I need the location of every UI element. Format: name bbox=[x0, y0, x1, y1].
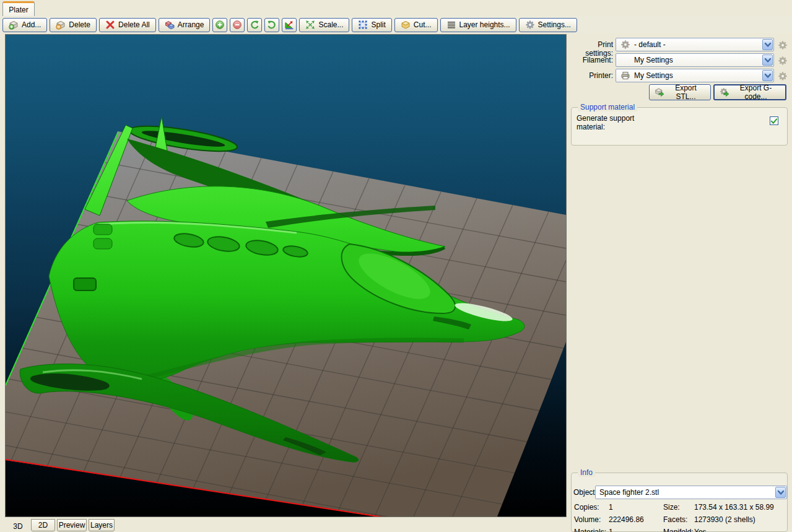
export-gcode-button[interactable]: Export G-code... bbox=[713, 84, 786, 100]
gear-icon bbox=[778, 56, 788, 66]
chevron-down-icon bbox=[763, 71, 773, 81]
add-label: Add... bbox=[22, 20, 41, 29]
rotate-ccw-button[interactable] bbox=[247, 18, 262, 32]
filament-label: Filament: bbox=[570, 56, 613, 64]
brick-plus-icon bbox=[9, 20, 19, 30]
split-label: Split bbox=[371, 20, 385, 29]
printer-value: My Settings bbox=[634, 71, 673, 80]
filament-row: Filament: My Settings bbox=[570, 53, 792, 67]
cut-box-icon bbox=[401, 20, 411, 30]
filament-value: My Settings bbox=[634, 56, 673, 64]
info-label: Facets: bbox=[663, 515, 694, 524]
increase-copies-button[interactable] bbox=[212, 18, 227, 32]
printer-combobox[interactable]: My Settings bbox=[616, 69, 774, 82]
export-stl-label: Export STL... bbox=[666, 84, 705, 101]
filament-dropdown-button[interactable] bbox=[762, 55, 773, 66]
split-handles-icon bbox=[358, 20, 368, 30]
arrange-bricks-icon bbox=[165, 20, 175, 30]
printer-gear-button[interactable] bbox=[777, 70, 789, 82]
print-settings-dropdown-button[interactable] bbox=[762, 39, 773, 50]
view-tab-layers[interactable]: Layers bbox=[89, 519, 115, 531]
info-label: Volume: bbox=[574, 515, 609, 524]
view-tabbar: 3D 2D Preview Layers bbox=[0, 519, 568, 532]
delete-all-label: Delete All bbox=[118, 20, 150, 29]
view-tab-2d[interactable]: 2D bbox=[31, 519, 55, 531]
printer-dropdown-button[interactable] bbox=[762, 70, 773, 81]
notebook-tabbar: Plater bbox=[0, 0, 792, 16]
printer-label: Printer: bbox=[570, 71, 613, 80]
object-info-grid: Copies: 1 Size: 173.54 x 163.31 x 58.99 … bbox=[574, 503, 790, 532]
info-label: Materials: bbox=[574, 528, 609, 532]
object-dropdown-button[interactable] bbox=[775, 487, 786, 498]
info-label: Manifold: bbox=[663, 528, 694, 532]
decrease-copies-button[interactable] bbox=[230, 18, 245, 32]
info-label: Size: bbox=[663, 503, 694, 512]
cut-button[interactable]: Cut... bbox=[394, 18, 438, 32]
layers-icon bbox=[446, 20, 456, 30]
plus-circle-icon bbox=[215, 20, 225, 30]
printer-icon bbox=[620, 71, 630, 81]
info-value: 222496.86 bbox=[609, 515, 663, 524]
info-group: Info Object: Space fighter 2.stl Copies:… bbox=[571, 473, 788, 532]
delete-label: Delete bbox=[69, 20, 90, 29]
red-cross-icon bbox=[105, 20, 115, 30]
brick-minus-icon bbox=[56, 20, 66, 30]
chevron-down-icon bbox=[763, 55, 773, 65]
settings-button[interactable]: Settings... bbox=[519, 18, 577, 32]
rotate-cw-icon bbox=[267, 20, 277, 30]
side-intake bbox=[74, 278, 96, 290]
export-gcode-label: Export G-code... bbox=[731, 84, 780, 101]
info-value: 1 bbox=[609, 528, 663, 532]
info-label: Copies: bbox=[574, 503, 609, 512]
info-legend: Info bbox=[578, 468, 595, 477]
view-tab-preview[interactable]: Preview bbox=[57, 519, 87, 531]
delete-button[interactable]: Delete bbox=[50, 18, 97, 32]
layer-heights-label: Layer heights... bbox=[459, 20, 510, 29]
arrange-label: Arrange bbox=[178, 20, 204, 29]
gear-icon bbox=[778, 71, 788, 81]
filament-combobox[interactable]: My Settings bbox=[616, 53, 774, 67]
check-icon bbox=[769, 117, 779, 125]
object-label: Object: bbox=[573, 488, 597, 497]
view-tab-preview-label: Preview bbox=[59, 521, 85, 530]
generate-support-checkbox[interactable] bbox=[770, 116, 778, 125]
plater-scene bbox=[6, 35, 566, 517]
scale-button[interactable]: Scale... bbox=[299, 18, 349, 32]
filament-gear-button[interactable] bbox=[777, 55, 789, 67]
object-combobox[interactable]: Space fighter 2.stl bbox=[595, 486, 787, 499]
export-stl-icon bbox=[655, 87, 664, 97]
info-value: 173.54 x 163.31 x 58.99 bbox=[694, 503, 790, 512]
change-scale-button[interactable] bbox=[282, 18, 297, 32]
print-settings-value: - default - bbox=[634, 40, 666, 49]
settings-panel: Print settings: - default - Filament: My… bbox=[570, 34, 792, 532]
rotate-ccw-icon bbox=[250, 20, 259, 30]
plater-toolbar: Add... Delete Delete All Arrange Scale..… bbox=[0, 16, 792, 33]
minus-circle-icon bbox=[232, 20, 242, 30]
print-settings-combobox[interactable]: - default - bbox=[616, 38, 774, 51]
view-tab-3d[interactable]: 3D bbox=[5, 519, 31, 531]
generate-support-label: Generate support material: bbox=[577, 114, 657, 131]
layer-heights-button[interactable]: Layer heights... bbox=[440, 18, 516, 32]
print-settings-row: Print settings: - default - bbox=[570, 38, 792, 51]
export-stl-button[interactable]: Export STL... bbox=[649, 84, 711, 100]
arrange-button[interactable]: Arrange bbox=[159, 18, 211, 32]
scale-triangle-icon bbox=[284, 20, 294, 30]
delete-all-button[interactable]: Delete All bbox=[99, 18, 156, 32]
info-value: Yes bbox=[694, 528, 790, 532]
gear-icon bbox=[620, 40, 630, 50]
object-value: Space fighter 2.stl bbox=[599, 488, 659, 497]
view-tab-2d-label: 2D bbox=[38, 521, 48, 530]
support-material-group: Support material Generate support materi… bbox=[571, 107, 788, 146]
rotate-cw-button[interactable] bbox=[264, 18, 279, 32]
add-button[interactable]: Add... bbox=[2, 18, 47, 32]
print-settings-gear-button[interactable] bbox=[777, 39, 789, 51]
view-tab-3d-label: 3D bbox=[13, 522, 22, 531]
split-button[interactable]: Split bbox=[352, 18, 391, 32]
tab-plater[interactable]: Plater bbox=[2, 1, 35, 16]
support-material-legend: Support material bbox=[578, 103, 637, 111]
info-value: 1 bbox=[609, 503, 663, 512]
scale-arrows-icon bbox=[305, 20, 315, 30]
chevron-down-icon bbox=[776, 487, 786, 497]
3d-viewport[interactable] bbox=[5, 34, 567, 517]
settings-label: Settings... bbox=[538, 20, 571, 29]
